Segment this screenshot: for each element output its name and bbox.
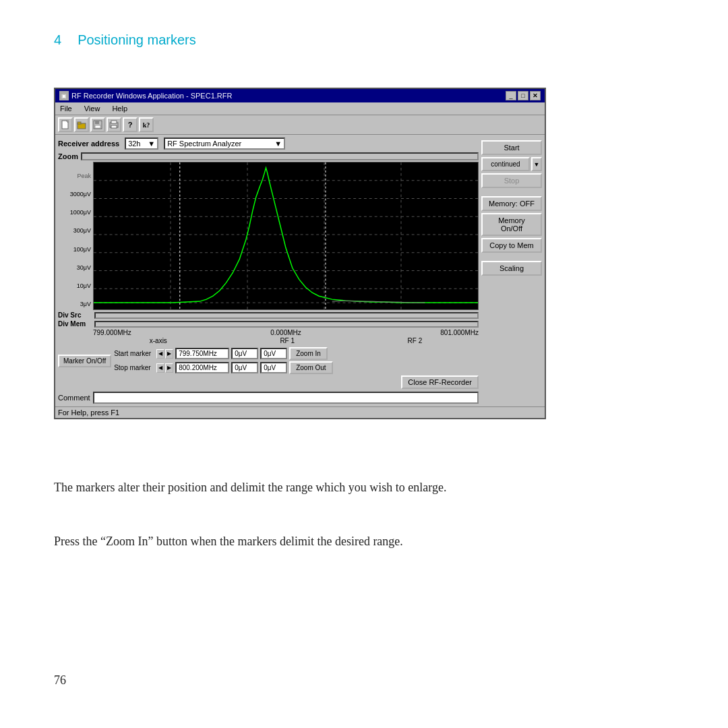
help-button[interactable]: ? — [123, 117, 138, 132]
start-next-btn[interactable]: ▶ — [165, 349, 173, 359]
page-number: 76 — [54, 673, 66, 688]
stop-button[interactable]: Stop — [481, 173, 542, 188]
y-axis: Peak 3000μV 1000μV 300μV 100μV 30μV 10μV… — [58, 162, 93, 310]
div-mem-label: Div Mem — [58, 320, 92, 328]
print-button[interactable] — [107, 117, 121, 132]
memory-off-button[interactable]: Memory: OFF — [481, 196, 542, 211]
div-src-label: Div Src — [58, 311, 92, 319]
marker-rows: Start marker ◀ ▶ 799.750MHz 0μV 0μV — [114, 347, 479, 374]
xaxis-labels: x-axis RF 1 RF 2 — [58, 337, 479, 344]
graph-section: Peak 3000μV 1000μV 300μV 100μV 30μV 10μV… — [58, 162, 479, 310]
address-select[interactable]: 32h▼ — [125, 138, 158, 150]
zoom-in-button[interactable]: Zoom In — [289, 347, 328, 360]
svg-rect-7 — [111, 121, 117, 123]
freq-labels: 799.000MHz 0.000MHz 801.000MHz — [58, 329, 479, 336]
chapter-title: Positioning markers — [78, 32, 196, 48]
zoom-slider[interactable] — [81, 152, 479, 160]
div-src-row: Div Src — [58, 311, 479, 319]
memory-on-off-button[interactable]: Memory On/Off — [481, 213, 542, 236]
y-1000: 1000μV — [58, 209, 91, 216]
menu-bar: File View Help — [55, 102, 545, 115]
menu-view[interactable]: View — [82, 104, 102, 113]
graph-canvas — [93, 162, 479, 310]
stop-freq-input[interactable]: 800.200MHz — [175, 362, 229, 373]
freq-center: 0.000MHz — [270, 329, 301, 336]
main-area: Receiver address 32h▼ RF Spectrum Analyz… — [55, 135, 545, 406]
continued-arrow[interactable]: ▼ — [531, 157, 542, 171]
continued-row: continued ▼ — [481, 157, 542, 171]
comment-label: Comment — [58, 394, 90, 402]
stop-rf2-input[interactable]: 0μV — [260, 362, 287, 373]
div-rows: Div Src Div Mem — [58, 311, 479, 328]
svg-rect-8 — [111, 125, 117, 128]
body-text-1: The markers alter their position and del… — [54, 479, 661, 497]
zoom-btns: Zoom In — [289, 347, 328, 360]
receiver-address-row: Receiver address 32h▼ RF Spectrum Analyz… — [58, 138, 479, 150]
start-freq-input[interactable]: 799.750MHz — [175, 348, 229, 359]
y-3000: 3000μV — [58, 191, 91, 198]
stop-rf1-input[interactable]: 0μV — [231, 362, 258, 373]
y-10: 10μV — [58, 282, 91, 289]
app-icon: ▣ — [59, 91, 69, 100]
div-mem-row: Div Mem — [58, 320, 479, 328]
left-panel: Receiver address 32h▼ RF Spectrum Analyz… — [58, 138, 479, 404]
stop-marker-label: Stop marker — [114, 364, 154, 371]
close-rf-recorder-button[interactable]: Close RF-Recorder — [401, 375, 479, 389]
marker-on-off-button[interactable]: Marker On/Off — [58, 355, 111, 367]
stop-next-btn[interactable]: ▶ — [165, 363, 173, 373]
right-panel: Start continued ▼ Stop Memory: OFF Memor… — [481, 138, 542, 404]
start-rf2-input[interactable]: 0μV — [260, 348, 287, 359]
body-text-2: Press the “Zoom In” button when the mark… — [54, 533, 661, 551]
start-button[interactable]: Start — [481, 140, 542, 155]
svg-rect-2 — [78, 122, 81, 124]
stop-nav-btns: ◀ ▶ — [156, 363, 173, 373]
y-peak: Peak — [58, 173, 91, 179]
continued-button[interactable]: continued — [481, 157, 530, 171]
chapter-number: 4 — [54, 32, 61, 48]
new-button[interactable] — [58, 117, 73, 132]
div-src-bar[interactable] — [94, 312, 479, 319]
comment-row: Comment — [58, 392, 479, 404]
marker-section: Marker On/Off Start marker ◀ ▶ 799.750MH… — [58, 347, 479, 374]
svg-rect-5 — [95, 125, 100, 128]
zoom-label: Zoom — [58, 152, 78, 160]
toolbar: ? k? — [55, 115, 545, 135]
y-3: 3μV — [58, 301, 91, 307]
zoom-row: Zoom — [58, 152, 479, 160]
stop-prev-btn[interactable]: ◀ — [156, 363, 164, 373]
xaxis-label: x-axis — [150, 337, 167, 344]
close-row: Close RF-Recorder — [58, 375, 479, 389]
y-30: 30μV — [58, 264, 91, 271]
info-button[interactable]: k? — [139, 117, 154, 132]
zoom-out-button[interactable]: Zoom Out — [289, 361, 332, 374]
window-title: RF Recorder Windows Application - SPEC1.… — [71, 92, 232, 100]
rf1-label: RF 1 — [280, 337, 295, 344]
comment-input[interactable] — [93, 392, 479, 404]
menu-file[interactable]: File — [58, 104, 74, 113]
start-prev-btn[interactable]: ◀ — [156, 349, 164, 359]
open-button[interactable] — [74, 117, 89, 132]
save-button[interactable] — [90, 117, 105, 132]
copy-to-mem-button[interactable]: Copy to Mem — [481, 238, 542, 253]
restore-button[interactable]: □ — [518, 91, 528, 100]
freq-left: 799.000MHz — [93, 329, 131, 336]
freq-right: 801.000MHz — [440, 329, 479, 336]
scaling-button[interactable]: Scaling — [481, 261, 542, 276]
title-bar-left: ▣ RF Recorder Windows Application - SPEC… — [59, 91, 232, 100]
window-controls[interactable]: _ □ ✕ — [506, 91, 541, 100]
minimize-button[interactable]: _ — [506, 91, 516, 100]
title-bar: ▣ RF Recorder Windows Application - SPEC… — [55, 89, 545, 102]
analyzer-select[interactable]: RF Spectrum Analyzer▼ — [164, 138, 285, 150]
y-300: 300μV — [58, 227, 91, 234]
start-rf1-input[interactable]: 0μV — [231, 348, 258, 359]
svg-rect-4 — [95, 121, 99, 124]
receiver-address-label: Receiver address — [58, 140, 119, 148]
y-100: 100μV — [58, 246, 91, 253]
div-mem-bar[interactable] — [94, 321, 479, 328]
close-button[interactable]: ✕ — [530, 91, 541, 100]
stop-marker-row: Stop marker ◀ ▶ 800.200MHz 0μV 0μV — [114, 361, 479, 374]
menu-help[interactable]: Help — [110, 104, 129, 113]
status-text: For Help, press F1 — [58, 408, 119, 417]
app-window: ▣ RF Recorder Windows Application - SPEC… — [54, 88, 546, 419]
page-header: 4 Positioning markers — [54, 32, 196, 48]
